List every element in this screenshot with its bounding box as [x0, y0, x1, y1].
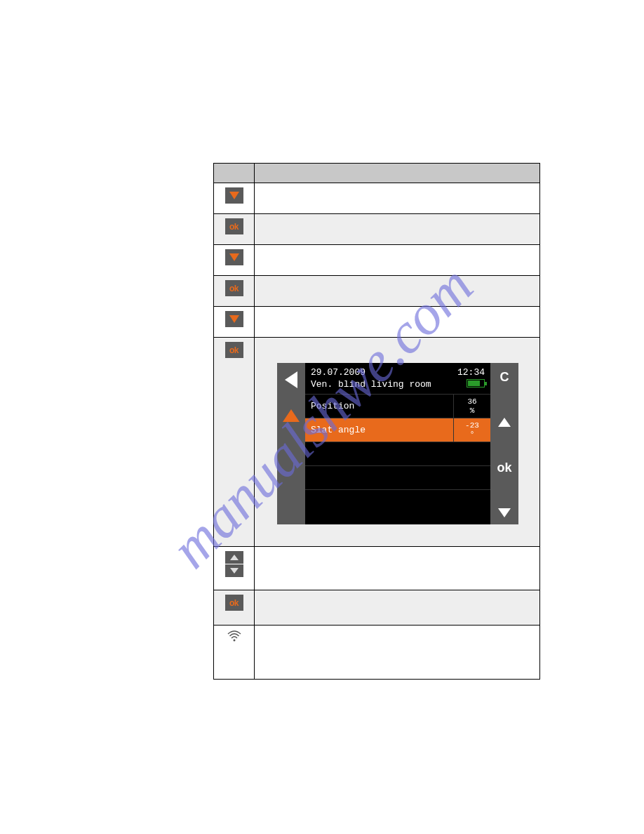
- device-left-column: [277, 363, 305, 524]
- device-title: Ven. blind living room: [311, 379, 431, 390]
- table-row: ok: [214, 590, 539, 626]
- device-header: 29.07.2009 12:34 Ven. blind living room: [305, 363, 490, 395]
- table-row-screenshot: ok 29.07.2009 12:34 Ven. blind living ro…: [214, 338, 539, 547]
- arrow-down-icon: [225, 311, 243, 327]
- device-row-slat-angle: Slat angle -23 °: [305, 418, 490, 442]
- device-row-empty: [305, 490, 490, 514]
- table-header-row: [214, 164, 539, 183]
- device-row-empty: [305, 466, 490, 490]
- device-time: 12:34: [457, 367, 485, 378]
- ok-button-icon: ok: [497, 461, 511, 475]
- back-arrow-icon: [285, 371, 297, 388]
- device-row-value: 36 %: [454, 396, 490, 416]
- instruction-table: ok ok ok: [213, 163, 540, 680]
- table-row: [214, 245, 539, 276]
- device-row-empty: [305, 442, 490, 466]
- arrow-up-icon: [283, 409, 300, 422]
- table-row: [214, 183, 539, 214]
- ok-icon: ok: [225, 342, 243, 358]
- ok-icon: ok: [225, 595, 243, 611]
- cancel-button-icon: C: [500, 370, 509, 385]
- table-row: [214, 307, 539, 338]
- device-date: 29.07.2009: [311, 367, 365, 378]
- ok-icon: ok: [225, 218, 243, 234]
- table-row: [214, 547, 539, 590]
- device-row-value: -23 °: [454, 420, 490, 439]
- ok-icon: ok: [225, 280, 243, 296]
- up-down-arrows-icon: [225, 551, 243, 577]
- device-row-label: Position: [305, 395, 454, 418]
- svg-point-0: [233, 640, 235, 642]
- arrow-down-icon: [225, 187, 243, 204]
- device-row-label: Slat angle: [305, 418, 454, 442]
- device-screenshot: 29.07.2009 12:34 Ven. blind living room …: [277, 363, 518, 524]
- table-row: [214, 626, 539, 679]
- arrow-down-icon: [225, 249, 243, 265]
- table-row: ok: [214, 276, 539, 307]
- arrow-up-icon: [498, 418, 511, 427]
- arrow-down-icon: [498, 508, 511, 517]
- wifi-icon: [227, 630, 242, 642]
- table-row: ok: [214, 214, 539, 245]
- device-screen: 29.07.2009 12:34 Ven. blind living room …: [305, 363, 490, 524]
- device-row-position: Position 36 %: [305, 395, 490, 418]
- device-right-column: C ok: [490, 363, 518, 524]
- battery-icon: [467, 379, 485, 388]
